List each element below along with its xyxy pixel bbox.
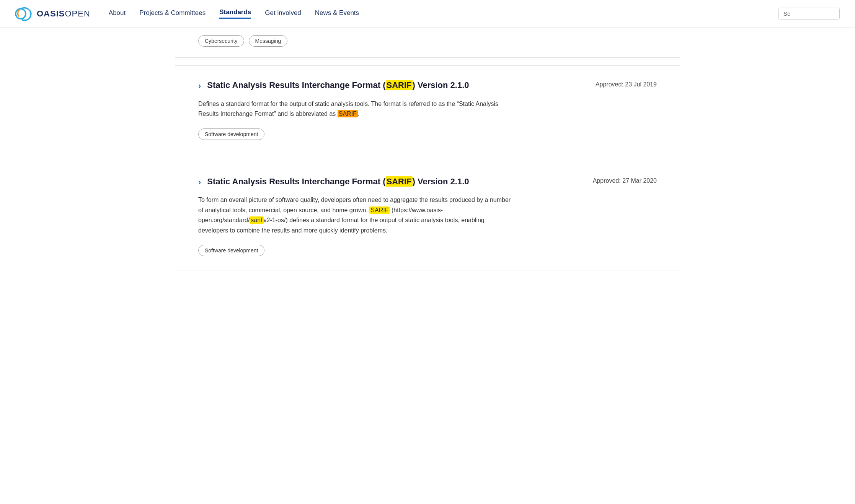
partial-card: Cybersecurity Messaging bbox=[175, 28, 680, 58]
card-1-title-highlight: SARIF bbox=[386, 80, 413, 90]
nav-standards[interactable]: Standards bbox=[219, 8, 251, 19]
main-nav: About Projects & Committees Standards Ge… bbox=[109, 8, 778, 19]
card-1-approved-date: 23 Jul 2019 bbox=[625, 81, 657, 88]
tag-messaging[interactable]: Messaging bbox=[249, 35, 288, 47]
logo-open: OPEN bbox=[65, 9, 90, 19]
card-2-title-area: › Static Analysis Results Interchange Fo… bbox=[198, 176, 578, 188]
tag-cybersecurity[interactable]: Cybersecurity bbox=[198, 35, 244, 47]
card-2-header: › Static Analysis Results Interchange Fo… bbox=[198, 176, 657, 188]
card-1-sarif-inline: SARIF bbox=[338, 110, 358, 117]
card-1-header: › Static Analysis Results Interchange Fo… bbox=[198, 80, 657, 91]
card-1-tag-software-dev[interactable]: Software development bbox=[198, 128, 264, 140]
card-1-approved-label: Approved: bbox=[596, 81, 623, 88]
partial-card-tags: Cybersecurity Messaging bbox=[198, 35, 657, 47]
card-2-description: To form an overall picture of software q… bbox=[198, 195, 512, 236]
card-1-description: Defines a standard format for the output… bbox=[198, 99, 512, 119]
card-1-date: Approved: 23 Jul 2019 bbox=[596, 81, 657, 88]
card-2-approved-date: 27 Mar 2020 bbox=[622, 177, 657, 184]
card-1-title-area: › Static Analysis Results Interchange Fo… bbox=[198, 80, 580, 91]
nav-about[interactable]: About bbox=[109, 9, 126, 18]
main-content: Cybersecurity Messaging › Static Analysi… bbox=[160, 28, 695, 270]
logo-oasis: OASIS bbox=[37, 9, 65, 19]
header: OASIS OPEN About Projects & Committees S… bbox=[0, 0, 855, 28]
card-2-date: Approved: 27 Mar 2020 bbox=[593, 177, 657, 184]
card-1-title: Static Analysis Results Interchange Form… bbox=[207, 80, 469, 91]
card-1-tags: Software development bbox=[198, 128, 657, 140]
search-input[interactable] bbox=[778, 8, 840, 20]
nav-news-events[interactable]: News & Events bbox=[315, 9, 359, 18]
card-sarif-1: › Static Analysis Results Interchange Fo… bbox=[175, 65, 680, 154]
logo-link[interactable]: OASIS OPEN bbox=[15, 5, 90, 23]
card-2-approved-label: Approved: bbox=[593, 177, 621, 184]
card-2-title: Static Analysis Results Interchange Form… bbox=[207, 176, 469, 188]
oasis-logo-icon bbox=[15, 5, 34, 23]
card-1-chevron[interactable]: › bbox=[198, 81, 201, 91]
card-sarif-2: › Static Analysis Results Interchange Fo… bbox=[175, 162, 680, 270]
nav-projects-committees[interactable]: Projects & Committees bbox=[139, 9, 206, 18]
card-2-chevron[interactable]: › bbox=[198, 177, 201, 187]
card-2-sarif-inline-2: sarif bbox=[250, 216, 263, 224]
card-2-tag-software-dev[interactable]: Software development bbox=[198, 245, 264, 256]
card-2-tags: Software development bbox=[198, 245, 657, 256]
card-2-title-highlight: SARIF bbox=[386, 176, 413, 187]
card-2-sarif-inline-1: SARIF bbox=[369, 206, 390, 214]
logo-text: OASIS OPEN bbox=[37, 9, 90, 19]
nav-get-involved[interactable]: Get involved bbox=[265, 9, 301, 18]
